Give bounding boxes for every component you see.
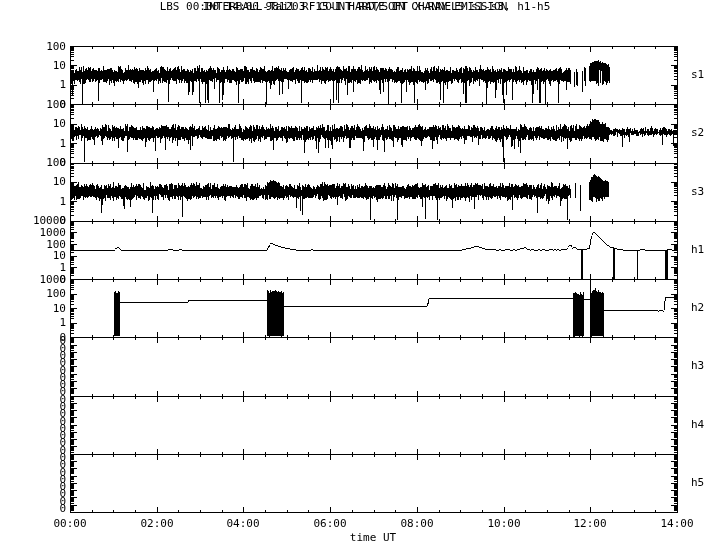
page-subtitle: LBS 00:00 14:00 981203 COUNT RATE IN CHA… — [0, 0, 710, 13]
y-tick-label-h2: 1 — [0, 316, 66, 329]
channel-label-h3: h3 — [691, 359, 704, 372]
y-tick-label-s3: 100 — [0, 156, 66, 169]
y-tick-label-s1: 100 — [0, 40, 66, 53]
y-tick-label-s1: 10 — [0, 59, 66, 72]
channel-label-h5: h5 — [691, 476, 704, 489]
y-tick-label-h2: 10 — [0, 302, 66, 315]
x-axis-title: time UT — [253, 531, 493, 544]
y-tick-label-s2: 100 — [0, 98, 66, 111]
x-tick-label: 14:00 — [644, 517, 710, 530]
x-tick-label: 06:00 — [297, 517, 363, 530]
y-tick-label-s2: 1 — [0, 137, 66, 150]
y-tick-label-h5: 0 — [0, 502, 66, 515]
x-tick-label: 10:00 — [471, 517, 537, 530]
x-tick-label: 02:00 — [124, 517, 190, 530]
channel-label-s3: s3 — [691, 185, 704, 198]
channel-label-h1: h1 — [691, 243, 704, 256]
y-tick-label-s1: 1 — [0, 78, 66, 91]
x-tick-label: 00:00 — [37, 517, 103, 530]
channel-label-h2: h2 — [691, 301, 704, 314]
channel-label-s1: s1 — [691, 68, 704, 81]
y-tick-label-s3: 10 — [0, 175, 66, 188]
channel-label-h4: h4 — [691, 418, 704, 431]
y-tick-label-h2: 1000 — [0, 273, 66, 286]
y-tick-label-h2: 100 — [0, 287, 66, 300]
x-tick-label: 12:00 — [557, 517, 623, 530]
plot-canvas — [0, 0, 720, 550]
y-tick-label-s2: 10 — [0, 117, 66, 130]
x-tick-label: 08:00 — [384, 517, 450, 530]
x-tick-label: 04:00 — [210, 517, 276, 530]
y-tick-label-s3: 1 — [0, 195, 66, 208]
xray-emission-plot: INTERBALL-Tail RF15-I HARD/SOFT X-RAY EM… — [0, 0, 720, 550]
channel-label-s2: s2 — [691, 126, 704, 139]
